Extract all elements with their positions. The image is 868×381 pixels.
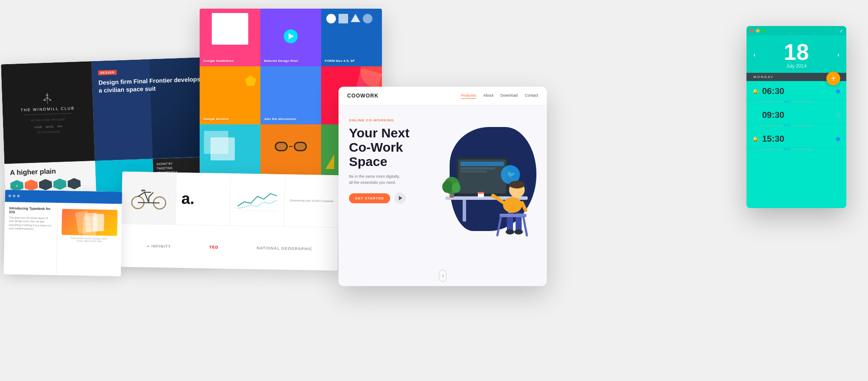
windmill-cell: THE WINDMILL CLUB ULTRA FINE ANTIQUE HOM… xyxy=(1,61,95,164)
material-reel-label: Material Design Reel xyxy=(264,59,298,63)
svg-line-40 xyxy=(523,217,527,235)
windmill-nav: HOMEWORKSPA xyxy=(34,125,62,129)
svg-point-43 xyxy=(442,181,453,193)
svg-rect-26 xyxy=(460,170,487,173)
geo-tri-icon xyxy=(326,154,334,169)
apps-promo-text: Full control of your design work,every s… xyxy=(61,237,117,243)
coowork-left: ONLINE CO-WORKING Your Next Co-Work Spac… xyxy=(349,118,433,270)
coowork-cta-button[interactable]: GET STARTED xyxy=(349,193,390,203)
websites-grid: a. Empowering Over 23,000 Companies xyxy=(122,172,339,228)
nav-contact[interactable]: Contact xyxy=(525,93,538,99)
svg-line-18 xyxy=(237,210,276,211)
alarm-time-2: 09:30 xyxy=(762,110,836,120)
google-guidelines-label: Google Guidelines xyxy=(203,59,234,63)
coowork-logo: COOWORK xyxy=(347,93,378,99)
bike-icon xyxy=(129,186,168,210)
apps-desc: This gives you the active layers of your… xyxy=(9,216,53,231)
svg-line-39 xyxy=(497,217,501,235)
headline-line3: Space xyxy=(349,154,387,169)
form-cell: FORM Nov 4-5, SF xyxy=(321,9,382,66)
calendar-header: ‹ 18 July 2014 › xyxy=(746,36,846,73)
google-guidelines-cell: Google Guidelines xyxy=(200,9,260,66)
websites-logos: ∞ infinity TED NATIONAL GEOGRAPHIC xyxy=(121,224,339,271)
alarm-item-1: 🔔 06:30 xyxy=(746,83,846,100)
spaceSuit-cell: DESIGN Design firm Final Frontier develo… xyxy=(92,57,210,161)
alarm-item-2: 🔔 09:30 xyxy=(746,107,846,124)
svg-point-36 xyxy=(506,229,514,234)
alarm-days-1: SU MO TU WE TH FR SA xyxy=(746,100,846,107)
apps-phone-illustration xyxy=(61,209,118,236)
coowork-cta-group: GET STARTED xyxy=(349,192,433,204)
svg-text:🐦: 🐦 xyxy=(507,170,516,179)
calendar-month-year: July 2014 xyxy=(784,63,809,68)
svg-rect-17 xyxy=(141,189,145,191)
coowork-nav: COOWORK Features About Download Contact xyxy=(339,87,547,105)
play-triangle-icon xyxy=(399,196,402,200)
white-rect-decoration xyxy=(212,13,248,45)
alarm-bell-icon-3: 🔔 xyxy=(753,136,759,142)
lazyapp-logo: a. xyxy=(181,191,195,207)
calendar-date: 18 xyxy=(784,41,809,63)
svg-rect-24 xyxy=(460,162,504,166)
websites-card: a. Empowering Over 23,000 Companies ∞ in… xyxy=(121,172,339,271)
coowork-headline: Your Next Co-Work Space xyxy=(349,126,433,169)
coowork-svg-illustration: 🐦 xyxy=(432,118,541,240)
svg-marker-3 xyxy=(46,93,48,96)
apps-title: Introducing Typedesk for iOS xyxy=(9,206,53,215)
apps-left: Introducing Typedesk for iOS This gives … xyxy=(3,202,57,275)
g-letter-icon: G xyxy=(280,78,302,110)
svg-line-10 xyxy=(138,192,145,196)
analytics-cell xyxy=(230,173,285,226)
form-label: FORM Nov 4-5, SF xyxy=(325,59,355,63)
dot1 xyxy=(8,195,11,197)
svg-point-29 xyxy=(503,197,522,213)
windmill-lookbook: 5/5 13 LOOKBOOK xyxy=(37,130,60,134)
svg-rect-38 xyxy=(500,214,526,217)
alarm-time-3: 15:30 xyxy=(762,134,836,144)
dot2 xyxy=(13,195,15,197)
nav-about[interactable]: About xyxy=(483,93,493,99)
emp-cell: Empowering Over 23,000 Companies xyxy=(284,174,339,227)
svg-line-15 xyxy=(149,192,153,197)
alarm-active-dot-3 xyxy=(836,137,840,141)
windmill-logo-text: THE WINDMILL CLUB xyxy=(20,106,75,112)
close-dot xyxy=(750,29,753,33)
expand-icon[interactable]: ⤢ xyxy=(839,29,843,33)
alarm-item-3: 🔔 15:30 xyxy=(746,130,846,148)
svg-rect-49 xyxy=(93,214,104,231)
logo-natgeo: NATIONAL GEOGRAPHIC xyxy=(256,246,312,251)
coowork-play-button[interactable] xyxy=(395,192,406,204)
alarm-time-1: 06:30 xyxy=(762,86,836,96)
alarms-list: 🔔 06:30 SU MO TU WE TH FR SA 🔔 09:30 SU … xyxy=(746,81,846,156)
coowork-body: ONLINE CO-WORKING Your Next Co-Work Spac… xyxy=(339,105,547,270)
alarm-days-2: SU MO TU WE TH FR SA xyxy=(746,124,846,130)
scene: THE WINDMILL CLUB ULTRA FINE ANTIQUE HOM… xyxy=(0,0,868,381)
prev-month-button[interactable]: ‹ xyxy=(753,51,756,58)
higherPlain-title: A higher plain xyxy=(10,166,90,176)
next-month-button[interactable]: › xyxy=(837,51,839,58)
windmill-icon xyxy=(40,91,54,104)
maximize-dot xyxy=(762,29,766,33)
alarm-bell-icon-1: 🔔 xyxy=(753,88,759,94)
pink-rect2-icon xyxy=(210,137,235,160)
hex-4 xyxy=(53,178,66,190)
add-alarm-button[interactable]: + xyxy=(826,72,840,85)
svg-rect-25 xyxy=(460,167,495,169)
alarm-inactive-dot-2 xyxy=(836,113,840,117)
svg-line-33 xyxy=(522,203,526,210)
play-button[interactable] xyxy=(284,29,298,43)
alarm-bell-icon-2: 🔔 xyxy=(753,112,759,118)
glass-design-cell: Glass Design xyxy=(260,124,321,182)
lazyapp-cell: a. xyxy=(176,173,231,225)
nav-features[interactable]: Features xyxy=(461,93,477,99)
svg-point-44 xyxy=(452,182,460,193)
alarm-days-3: SU MO TU WE TH FR SA xyxy=(746,148,846,154)
play-triangle-icon xyxy=(289,33,294,39)
google-archive-label: Google Archive xyxy=(203,117,229,121)
google-join-cell: G Join the discussion xyxy=(260,66,321,124)
nav-download[interactable]: Download xyxy=(500,93,518,99)
glasses-icon xyxy=(275,142,307,151)
calendar-titlebar: ⤢ xyxy=(746,26,846,36)
google-archive-cell: Google Archive xyxy=(200,66,260,124)
svg-marker-4 xyxy=(49,98,52,101)
